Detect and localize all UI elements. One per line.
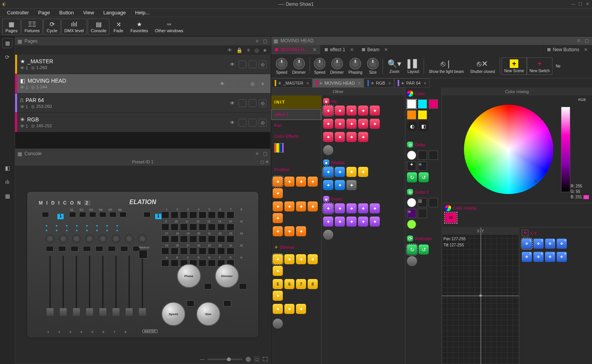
grid-button[interactable]	[180, 224, 188, 231]
menu-page[interactable]: Page	[34, 9, 54, 16]
channel-button[interactable]	[108, 246, 116, 251]
page-eye-icon[interactable]: 👁	[228, 119, 236, 127]
grid-button[interactable]	[171, 211, 178, 218]
grid-button[interactable]	[189, 236, 197, 243]
new-switch-button[interactable]: +New Switch	[527, 57, 552, 75]
grid-button[interactable]	[208, 211, 216, 218]
group-knob[interactable]	[323, 145, 333, 155]
page-box2[interactable]	[239, 80, 246, 88]
preset-max-icon[interactable]: ▢	[260, 159, 264, 165]
effect-button[interactable]: ✦	[323, 167, 333, 177]
effect-button[interactable]: ✦	[296, 177, 306, 187]
tool-cycle[interactable]: ⟳Cycle	[43, 19, 61, 35]
gutter-levels-icon[interactable]: ılı	[2, 177, 12, 187]
new-scene-button[interactable]: +New Scene	[502, 57, 527, 75]
channel-button[interactable]	[58, 246, 66, 251]
gobo2-swatch[interactable]	[429, 198, 438, 207]
blackout-button[interactable]	[139, 250, 147, 258]
zoom-fit[interactable]: ◻	[254, 357, 260, 362]
tool-pages[interactable]: ▦Pages	[2, 19, 21, 35]
effect-button[interactable]: ✦	[346, 217, 357, 227]
bank-1-left[interactable]: 1	[57, 214, 64, 219]
knob-side-button[interactable]	[204, 283, 212, 289]
effect-button[interactable]: ✦	[346, 132, 357, 142]
gutter-grid2-icon[interactable]: ▦	[2, 191, 12, 201]
maximize-button[interactable]: ☐	[577, 2, 583, 7]
effect-button[interactable]: ✦	[370, 119, 380, 129]
effect-button[interactable]: 6	[284, 279, 294, 289]
panel-menu-icon[interactable]: ≡	[576, 38, 582, 43]
mh-tab[interactable]: MOVING H...✕	[271, 45, 321, 54]
effect-button[interactable]: ✦	[335, 203, 345, 213]
effect-button[interactable]: ✦	[358, 167, 368, 177]
close-button[interactable]: ✕	[584, 2, 590, 7]
effect-category[interactable]: effect 1	[271, 109, 321, 120]
gobo-btn[interactable]: ↻	[407, 172, 417, 182]
effect-button[interactable]: ✦	[308, 201, 318, 211]
grid-button[interactable]	[161, 248, 169, 255]
show-beam-tool[interactable]: ⎋❘Show the light beam	[426, 58, 467, 75]
effect-button[interactable]: 5	[273, 279, 283, 289]
grid-button[interactable]	[199, 248, 206, 255]
effect-button[interactable]: ✦	[346, 106, 357, 116]
page-item[interactable]: ⎍ PAR 64 👁 1◎ 253-260 👁 ◎	[15, 94, 270, 113]
effect-button[interactable]: ✦	[346, 180, 357, 190]
grid-button[interactable]	[217, 224, 225, 231]
effect-button[interactable]: ✦	[284, 201, 294, 211]
knob-side-button[interactable]	[223, 300, 231, 307]
effect-category[interactable]: Fan	[271, 120, 321, 131]
channel-button[interactable]	[95, 246, 103, 251]
xy-preset-button[interactable]: ✥5	[522, 252, 532, 262]
rotgobo-btn[interactable]: ↻	[407, 244, 417, 255]
snowflake-icon[interactable]: ✳	[246, 47, 251, 53]
small-knob[interactable]	[125, 234, 133, 243]
page-eye-icon[interactable]: 👁	[228, 61, 236, 68]
tool-fixtures[interactable]: ΞΞFixtures	[21, 19, 43, 35]
grid-button[interactable]	[227, 248, 234, 255]
grid-button[interactable]	[227, 224, 234, 231]
effect-button[interactable]: ✦	[358, 132, 368, 142]
grid-button[interactable]	[180, 236, 188, 243]
zoom-dot[interactable]	[246, 357, 251, 362]
menu-help[interactable]: Help...	[131, 9, 154, 16]
menu-button[interactable]: Button	[55, 9, 78, 16]
channel-button[interactable]	[120, 246, 128, 251]
bank-1-right[interactable]: 1	[155, 214, 161, 219]
effect-button[interactable]: ✦	[323, 119, 333, 129]
color-swatch[interactable]	[407, 99, 416, 109]
mh-tab[interactable]: effect 1✕	[321, 45, 358, 54]
speed-knob[interactable]: Speed	[161, 302, 185, 326]
effect-button[interactable]: ✦	[358, 119, 368, 129]
small-knob[interactable]	[59, 234, 68, 243]
grid-button[interactable]	[161, 224, 169, 231]
grid-button[interactable]	[189, 248, 197, 255]
rotgobo-btn[interactable]: ↺	[419, 244, 429, 255]
channel-button[interactable]	[71, 246, 78, 251]
effect-button[interactable]: ✦	[284, 254, 294, 264]
xy-preset-button[interactable]: ✥3	[545, 239, 555, 249]
effect-button[interactable]: ✦	[358, 217, 368, 227]
effect-button[interactable]: ✦	[346, 119, 357, 129]
page-eye-icon[interactable]: 👁	[218, 80, 226, 88]
shutter-tool[interactable]: ⎋✕Shutter closed	[467, 58, 498, 75]
effect-button[interactable]: ✦	[296, 304, 306, 314]
page-box2[interactable]	[249, 119, 256, 127]
small-knob[interactable]	[138, 234, 147, 243]
dimmer-category[interactable]: Dimmer	[280, 245, 295, 250]
group-knob[interactable]	[323, 230, 333, 240]
s-button[interactable]	[99, 212, 106, 217]
zoom-slider[interactable]	[208, 359, 242, 360]
effect-button[interactable]: ✦	[284, 304, 294, 314]
effect-button[interactable]: ✦	[308, 177, 318, 187]
s-button[interactable]	[109, 212, 116, 217]
grid-button[interactable]	[161, 236, 169, 243]
size-knob[interactable]: Size	[196, 302, 220, 326]
gobo2-swatch[interactable]	[418, 209, 427, 218]
gutter-grid-icon[interactable]: ▦	[2, 38, 12, 48]
gobo2-swatch[interactable]: ✳	[407, 209, 416, 218]
dial-dimmer[interactable]: Dimmer	[328, 57, 346, 75]
effect-button[interactable]: ✦	[358, 106, 368, 116]
tab-close-icon[interactable]: ✕	[313, 47, 317, 52]
gutter-cycle-icon[interactable]: ⟳	[2, 52, 12, 62]
effect-category[interactable]: INIT	[271, 95, 321, 109]
